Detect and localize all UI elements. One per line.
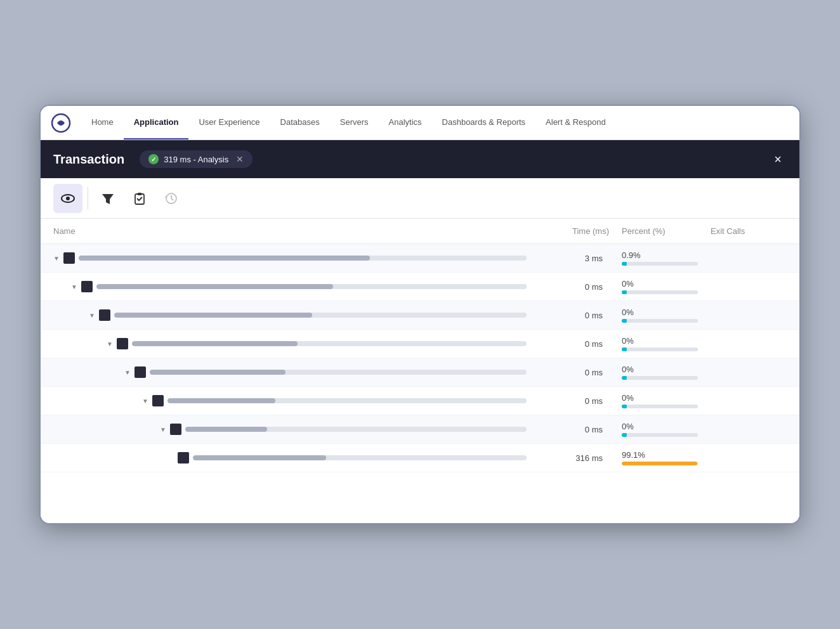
- nav-analytics[interactable]: Analytics: [379, 106, 432, 139]
- table-row[interactable]: ▼ 3 ms 0.9%: [41, 244, 799, 273]
- svg-rect-5: [138, 193, 141, 195]
- nav-databases[interactable]: Databases: [270, 106, 330, 139]
- nav-home[interactable]: Home: [81, 106, 124, 139]
- table-area: Name Time (ms) Percent (%) Exit Calls ▼ …: [41, 219, 799, 472]
- table-row[interactable]: ▼ 0 ms 0%: [41, 301, 799, 330]
- tab-label: 319 ms - Analysis: [164, 155, 228, 164]
- row-bar: [167, 398, 527, 403]
- nav-user-experience[interactable]: User Experience: [188, 106, 270, 139]
- bottom-pad: [41, 472, 799, 523]
- tab-close-icon[interactable]: ✕: [236, 154, 244, 164]
- row-bar: [79, 256, 527, 261]
- row-name-2: ▼: [53, 309, 527, 321]
- row-name-1: ▼: [53, 281, 527, 292]
- window-frame: Home Application User Experience Databas…: [39, 105, 801, 524]
- row-color-block: [152, 395, 164, 406]
- chevron-icon: ▼: [53, 255, 60, 262]
- row-percent-5: 0%: [609, 393, 711, 408]
- row-percent-3: 0%: [609, 336, 711, 351]
- row-bar: [185, 427, 527, 432]
- nav-servers[interactable]: Servers: [330, 106, 379, 139]
- app-logo: [51, 113, 71, 133]
- row-time-6: 0 ms: [527, 425, 609, 434]
- table-row[interactable]: 316 ms 99.1%: [41, 444, 799, 472]
- chevron-icon: ▼: [89, 312, 95, 319]
- row-percent-2: 0%: [609, 308, 711, 323]
- row-color-block: [135, 366, 146, 378]
- row-name-6: ▼: [53, 424, 527, 435]
- clipboard-button[interactable]: [125, 184, 154, 213]
- row-percent-1: 0%: [609, 279, 711, 294]
- svg-marker-3: [102, 194, 114, 204]
- row-color-block: [117, 338, 128, 349]
- table-row[interactable]: ▼ 0 ms 0%: [41, 273, 799, 301]
- chevron-icon: ▼: [124, 369, 131, 376]
- toolbar: [41, 178, 799, 219]
- row-percent-6: 0%: [609, 422, 711, 437]
- row-time-5: 0 ms: [527, 396, 609, 406]
- row-time-7: 316 ms: [527, 453, 609, 463]
- nav-application[interactable]: Application: [124, 106, 189, 139]
- row-name-0: ▼: [53, 252, 527, 264]
- row-color-block: [63, 252, 75, 264]
- top-nav: Home Application User Experience Databas…: [41, 106, 799, 140]
- row-color-block: [99, 309, 110, 321]
- row-bar: [96, 284, 527, 289]
- toolbar-divider: [88, 187, 88, 210]
- row-percent-7: 99.1%: [609, 450, 711, 465]
- chevron-icon: ▼: [71, 283, 77, 290]
- row-time-1: 0 ms: [527, 282, 609, 292]
- analysis-tab[interactable]: 319 ms - Analysis ✕: [140, 150, 253, 168]
- table-row[interactable]: ▼ 0 ms 0%: [41, 387, 799, 415]
- chevron-icon: ▼: [160, 426, 166, 433]
- row-bar: [193, 455, 527, 460]
- panel-header: Transaction 319 ms - Analysis ✕ ×: [41, 140, 799, 178]
- table-header: Name Time (ms) Percent (%) Exit Calls: [41, 219, 799, 244]
- eye-button[interactable]: [53, 184, 82, 213]
- nav-alert[interactable]: Alert & Respond: [535, 106, 616, 139]
- row-time-3: 0 ms: [527, 339, 609, 349]
- table-row[interactable]: ▼ 0 ms 0%: [41, 358, 799, 387]
- nav-dashboards[interactable]: Dashboards & Reports: [432, 106, 536, 139]
- row-color-block: [178, 452, 189, 464]
- row-name-4: ▼: [53, 366, 527, 378]
- chevron-icon: ▼: [107, 340, 113, 347]
- row-time-4: 0 ms: [527, 368, 609, 377]
- table-row[interactable]: ▼ 0 ms 0%: [41, 330, 799, 358]
- row-bar: [114, 313, 527, 318]
- nav-items: Home Application User Experience Databas…: [81, 106, 616, 139]
- history-button[interactable]: [157, 184, 186, 213]
- row-color-block: [170, 424, 181, 435]
- row-time-0: 3 ms: [527, 254, 609, 263]
- col-header-percent: Percent (%): [609, 226, 711, 236]
- row-bar: [132, 341, 527, 346]
- col-header-time: Time (ms): [527, 226, 609, 236]
- table-row[interactable]: ▼ 0 ms 0%: [41, 415, 799, 444]
- row-bar: [150, 370, 527, 375]
- chevron-icon: ▼: [142, 398, 148, 405]
- svg-point-2: [66, 197, 70, 200]
- row-time-2: 0 ms: [527, 311, 609, 320]
- panel-title: Transaction: [53, 152, 124, 167]
- row-percent-0: 0.9%: [609, 250, 711, 266]
- col-header-name: Name: [53, 226, 527, 236]
- filter-button[interactable]: [93, 184, 122, 213]
- row-name-7: [53, 452, 527, 464]
- tab-status-icon: [148, 154, 159, 164]
- row-name-3: ▼: [53, 338, 527, 349]
- row-color-block: [81, 281, 93, 292]
- col-header-exit: Exit Calls: [711, 226, 787, 236]
- panel-close-button[interactable]: ×: [769, 150, 787, 168]
- row-percent-4: 0%: [609, 365, 711, 380]
- row-name-5: ▼: [53, 395, 527, 406]
